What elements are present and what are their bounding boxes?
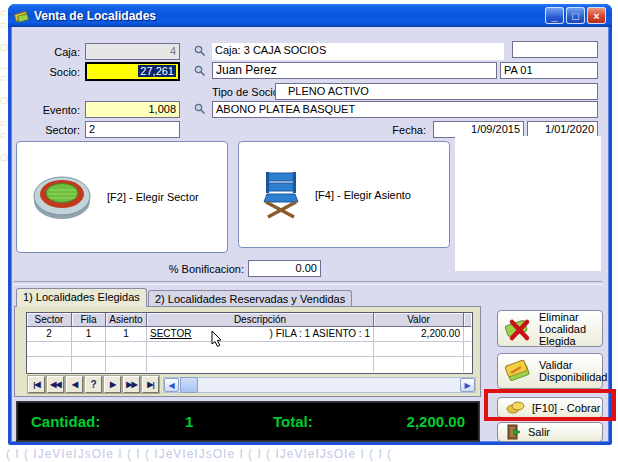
nav-first-button[interactable]: |◀ — [28, 376, 45, 393]
tab-localidades-elegidas[interactable]: 1) Localidades Elegidas — [16, 288, 147, 307]
minimize-button[interactable]: _ — [545, 7, 564, 24]
app-window: Venta de Localidades _ □ × Caja: 4 Caja:… — [8, 4, 612, 445]
app-ticket-icon — [14, 8, 30, 24]
tab-localidades-reservadas[interactable]: 2) Localidades Reservadas y Vendidas — [148, 290, 352, 307]
record-navigator: |◀ ◀◀ ◀ ? ▶ ▶▶ ▶| — [28, 376, 159, 393]
maximize-button[interactable]: □ — [566, 7, 585, 24]
cell-sector[interactable]: 2 — [27, 327, 72, 342]
sector-input[interactable]: 2 — [85, 121, 180, 138]
socio-label: Socio: — [28, 64, 80, 80]
scrollbar-thumb[interactable] — [180, 377, 198, 393]
col-header-descripcion[interactable]: Descripción — [147, 313, 374, 327]
col-header-sector[interactable]: Sector — [27, 313, 72, 327]
desktop-background: uu O lu O uu O ( I ( IJeVIeIJsOIe I ( I … — [0, 0, 618, 462]
nav-last-button[interactable]: ▶| — [142, 376, 159, 393]
title-bar[interactable]: Venta de Localidades _ □ × — [8, 4, 612, 27]
nav-fast-fwd-button[interactable]: ▶▶ — [123, 376, 140, 393]
socio-code-field: PA 01 — [500, 62, 598, 79]
col-header-fila[interactable]: Fila — [72, 313, 106, 327]
table-row-empty — [27, 357, 472, 372]
elegir-asiento-button[interactable]: [F4] - Elegir Asiento — [238, 141, 450, 248]
table-row-empty — [27, 342, 472, 357]
socio-search-icon[interactable] — [194, 65, 206, 77]
nav-prev-button[interactable]: ◀ — [66, 376, 83, 393]
fecha-label: Fecha: — [368, 122, 426, 138]
evento-search-icon[interactable] — [194, 103, 206, 115]
eliminar-localidad-button[interactable]: Eliminar Localidad Elegida — [497, 310, 603, 347]
section-divider — [14, 281, 602, 285]
annotation-highlight — [484, 389, 616, 421]
caja-label: Caja: — [28, 44, 80, 60]
table-row[interactable]: 2 1 1 SECTOR ) FILA : 1 ASIENTO : 1 2,20… — [27, 327, 472, 342]
salir-button[interactable]: Salir — [497, 422, 603, 442]
totals-bar: Cantidad: 1 Total: 2,200.00 — [16, 401, 480, 442]
col-header-asiento[interactable]: Asiento — [106, 313, 147, 327]
descripcion-right: ) FILA : 1 ASIENTO : 1 — [270, 327, 370, 341]
sector-label: Sector: — [28, 122, 80, 138]
scroll-left-icon[interactable]: ◀ — [164, 378, 179, 392]
elegir-asiento-label: [F4] - Elegir Asiento — [315, 189, 411, 201]
nav-refresh-button[interactable]: ? — [85, 376, 102, 393]
scroll-right-icon[interactable]: ▶ — [460, 378, 475, 392]
chair-icon — [261, 171, 301, 219]
socio-selected-value: 27,261 — [138, 65, 176, 77]
caja-extra-field[interactable] — [512, 41, 598, 58]
tipo-socio-field: PLENO ACTIVO — [275, 83, 598, 100]
cell-asiento[interactable]: 1 — [106, 327, 147, 342]
caja-search-icon[interactable] — [194, 45, 206, 57]
bonificacion-label: % Bonificacion: — [158, 261, 244, 277]
background-watermark-bottom: ( I ( IJeVIeIJsOIe I ( I ( IJeVIeIJsOIe … — [6, 447, 616, 461]
window-title: Venta de Localidades — [34, 9, 156, 23]
cell-fila[interactable]: 1 — [72, 327, 106, 342]
cantidad-label: Cantidad: — [31, 413, 100, 430]
cell-valor[interactable]: 2,200.00 — [374, 327, 464, 342]
cell-descripcion[interactable]: SECTOR ) FILA : 1 ASIENTO : 1 — [147, 327, 374, 342]
col-header-extra — [464, 313, 471, 327]
bonificacion-input[interactable]: 0.00 — [248, 260, 321, 277]
col-header-valor[interactable]: Valor — [374, 313, 464, 327]
delete-ticket-icon — [503, 315, 533, 343]
evento-label: Evento: — [28, 102, 80, 118]
cantidad-value: 1 — [185, 413, 193, 430]
socio-input[interactable]: 27,261 — [85, 62, 180, 81]
validate-ticket-icon — [503, 357, 533, 385]
descripcion-left: SECTOR — [150, 327, 192, 341]
caja-info-label: Caja: 3 CAJA SOCIOS — [212, 43, 504, 60]
preview-panel — [455, 136, 601, 271]
total-label: Total: — [273, 413, 313, 430]
validar-disponibilidad-label: Validar Disponibilidad — [539, 359, 607, 383]
total-value: 2,200.00 — [407, 413, 465, 430]
evento-input[interactable]: 1,008 — [85, 101, 180, 118]
socio-name-field: Juan Perez — [212, 62, 497, 79]
evento-desc-field: ABONO PLATEA BASQUET — [212, 101, 598, 118]
eliminar-localidad-label: Eliminar Localidad Elegida — [539, 311, 602, 347]
table-header-row: Sector Fila Asiento Descripción Valor — [27, 313, 472, 327]
validar-disponibilidad-button[interactable]: Validar Disponibilidad — [497, 353, 603, 389]
nav-next-button[interactable]: ▶ — [104, 376, 121, 393]
salir-label: Salir — [528, 426, 550, 438]
table-horizontal-scrollbar[interactable]: ◀ ▶ — [163, 377, 476, 393]
caja-input[interactable]: 4 — [85, 43, 180, 60]
exit-door-icon — [506, 424, 522, 440]
localidades-table[interactable]: Sector Fila Asiento Descripción Valor 2 … — [26, 312, 473, 374]
stadium-icon — [31, 171, 93, 223]
close-button[interactable]: × — [587, 7, 606, 24]
elegir-sector-label: [F2] - Elegir Sector — [107, 191, 199, 203]
mouse-cursor — [210, 330, 224, 348]
elegir-sector-button[interactable]: [F2] - Elegir Sector — [16, 141, 228, 253]
nav-fast-back-button[interactable]: ◀◀ — [47, 376, 64, 393]
